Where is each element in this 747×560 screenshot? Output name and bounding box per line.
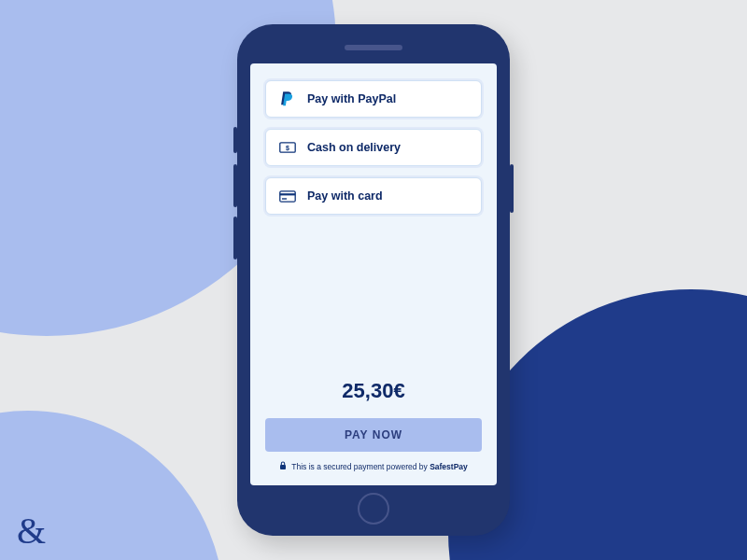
payment-options: Pay with PayPal $ Cash on delivery <box>265 80 482 215</box>
phone-side-button <box>510 164 514 213</box>
option-label: Pay with PayPal <box>307 92 396 105</box>
checkout-screen: Pay with PayPal $ Cash on delivery <box>250 63 497 485</box>
svg-rect-5 <box>280 465 286 469</box>
phone-side-button <box>233 164 237 207</box>
phone-speaker <box>345 45 402 50</box>
option-card[interactable]: Pay with card <box>265 177 482 215</box>
brand-mark: & <box>17 509 46 553</box>
secure-note: This is a secured payment powered by Saf… <box>265 461 482 472</box>
paypal-icon <box>277 91 298 107</box>
option-label: Pay with card <box>307 189 383 203</box>
stage: & Pay with PayPal <box>0 0 747 560</box>
option-paypal[interactable]: Pay with PayPal <box>265 80 482 118</box>
phone-side-button <box>233 127 237 153</box>
svg-rect-2 <box>280 190 295 201</box>
pay-now-button[interactable]: PAY NOW <box>265 418 482 452</box>
lock-icon <box>279 461 287 472</box>
phone-mock: Pay with PayPal $ Cash on delivery <box>237 24 510 536</box>
option-cash-on-delivery[interactable]: $ Cash on delivery <box>265 129 482 166</box>
phone-side-button <box>233 217 237 259</box>
option-label: Cash on delivery <box>307 141 401 154</box>
card-icon <box>277 190 298 203</box>
svg-text:$: $ <box>286 145 289 152</box>
svg-rect-3 <box>280 193 295 195</box>
cash-icon: $ <box>277 142 298 153</box>
spacer <box>265 215 482 379</box>
order-total: 25,30€ <box>265 379 482 403</box>
secure-text: This is a secured payment powered by Saf… <box>291 462 468 471</box>
phone-home-button <box>358 493 389 525</box>
svg-rect-4 <box>282 198 287 199</box>
